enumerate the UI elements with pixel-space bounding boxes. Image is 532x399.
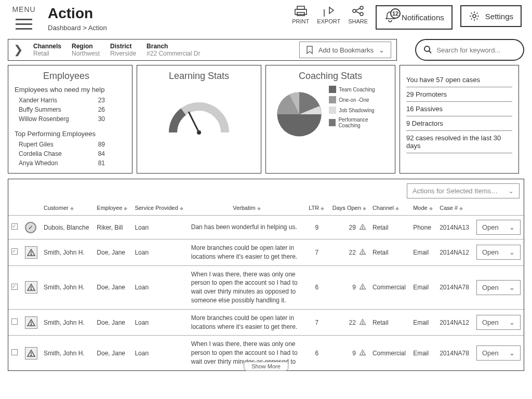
chevron-down-icon: ⌄ [509,223,515,231]
stats-panel: You have 57 open cases29 Promoters16 Pas… [400,65,519,174]
col-channel[interactable]: Channel ◆ [369,203,410,216]
cases-table-container: Actions for Selected Items… ⌄ Customer ◆… [8,179,524,371]
svg-point-3 [353,9,356,12]
svg-line-10 [429,51,431,54]
col-verbatim[interactable]: Verbatim ◆ [188,203,306,216]
warning-icon [25,316,37,329]
open-case-button[interactable]: Open⌄ [476,280,521,295]
legend-item: Job Shadowing [329,107,389,114]
stats-row[interactable]: 92 cases resolved in the last 30 days [406,131,512,153]
export-button[interactable]: EXPORT [317,5,340,24]
hamburger-icon[interactable] [10,16,37,32]
actions-for-selected-dropdown[interactable]: Actions for Selected Items… ⌄ [407,183,520,198]
employee-row[interactable]: Willow Rosenberg30 [15,114,126,124]
stats-row[interactable]: 9 Detractors [406,116,512,131]
export-icon [322,5,336,17]
cell-channel: Retail [369,240,410,266]
region-value: Northwest [72,50,100,57]
svg-point-27 [362,323,363,323]
cell-case: 2014NA12 [436,309,473,336]
col-customer[interactable]: Customer ◆ [41,203,94,216]
cell-ltr: 6 [305,336,328,370]
employee-row[interactable]: Rupert Giles89 [15,140,126,149]
cell-channel: Retail [369,309,410,336]
coaching-title: Coaching Stats [272,71,389,82]
notifications-label: Notifications [402,13,444,22]
filter-branch[interactable]: Branch #22 Commercial Dr [147,39,200,60]
learning-panel: Learning Stats [137,65,261,174]
stats-row[interactable]: 16 Passives [406,102,512,116]
col-employee[interactable]: Employee ◆ [94,203,131,216]
search-icon [423,45,431,55]
stats-row[interactable]: You have 57 open cases [406,73,512,87]
filter-region[interactable]: Region Northwest [72,39,100,60]
cell-ltr: 9 [305,216,328,240]
cell-days: 29 [328,216,369,240]
row-checkbox[interactable] [11,223,18,230]
share-icon [351,5,365,17]
chevron-down-icon: ⌄ [509,248,515,256]
table-row: Smith, John H. Doe, Jane Loan More branc… [8,240,524,266]
cell-case: 2014NA78 [436,265,473,309]
employee-row[interactable]: Anya Whedon81 [15,158,126,168]
district-value: Riverside [110,50,136,57]
print-icon [294,5,308,17]
settings-button[interactable]: Settings [460,5,522,27]
col-case[interactable]: Case # ◆ [436,203,473,216]
cell-days: 9 [328,336,369,370]
col-service[interactable]: Service Provided ◆ [131,203,188,216]
employees-top-title: Top Performing Employees [15,130,126,138]
search-bar[interactable] [415,39,524,61]
page-title: Action [48,5,178,22]
row-checkbox[interactable] [11,248,18,255]
table-row: Smith, John H. Doe, Jane Loan When I was… [8,265,524,309]
filter-district[interactable]: District Riverside [110,39,136,60]
chevron-down-icon: ⌄ [509,318,515,326]
breadcrumb[interactable]: Dashboard > Action [48,24,178,32]
add-bookmark-button[interactable]: Add to Bookmarks ⌄ [299,42,391,58]
svg-point-29 [31,355,31,355]
employee-row[interactable]: Cordelia Chase84 [15,149,126,158]
open-case-button[interactable]: Open⌄ [476,315,521,330]
print-button[interactable]: PRINT [292,5,309,24]
table-toolbar: Actions for Selected Items… ⌄ [8,179,524,203]
cell-employee: Riker, Bill [94,216,131,240]
row-checkbox[interactable] [11,318,18,325]
cell-employee: Doe, Jane [94,309,131,336]
open-case-button[interactable]: Open⌄ [476,245,521,260]
employees-title: Employees [15,71,126,82]
cell-mode: Email [410,336,436,370]
col-mode[interactable]: Mode ◆ [410,203,436,216]
show-more-button[interactable]: Show More [244,362,288,371]
col-ltr[interactable]: LTR ◆ [305,203,328,216]
cell-verbatim: More branches could be open later in loc… [188,240,306,266]
row-checkbox[interactable] [11,349,18,355]
employees-help-title: Employees who need my help [15,86,126,94]
employee-row[interactable]: Buffy Summers26 [15,105,126,114]
row-checkbox[interactable] [11,284,18,290]
employee-row[interactable]: Xander Harris23 [15,96,126,105]
notifications-button[interactable]: 12 Notifications [376,5,453,30]
share-button[interactable]: SHARE [348,5,368,24]
coaching-panel: Coaching Stats Team CoachingOne-on -OneJ… [265,65,395,174]
svg-line-7 [356,11,360,14]
open-case-button[interactable]: Open⌄ [476,345,521,361]
open-case-button[interactable]: Open⌄ [476,220,521,235]
cell-service: Loan [131,216,188,240]
stats-row[interactable]: 29 Promoters [406,87,512,102]
branch-label: Branch [147,43,200,50]
region-label: Region [72,43,100,50]
svg-point-12 [197,130,201,135]
cell-employee: Doe, Jane [94,240,131,266]
cell-ltr: 7 [305,309,328,336]
filter-channels[interactable]: Channels Retail [33,39,61,60]
cell-case: 2014NA13 [436,216,473,240]
chevron-down-icon: ⌄ [508,187,514,195]
filter-prev-arrow[interactable]: ❯ [14,43,23,57]
warning-icon [359,223,366,232]
cell-verbatim: More branches could be open later in loc… [188,309,306,336]
check-icon: ✓ [25,222,36,233]
search-input[interactable] [436,46,516,54]
col-days[interactable]: Days Open ◆ [328,203,369,216]
channels-value: Retail [33,50,61,57]
